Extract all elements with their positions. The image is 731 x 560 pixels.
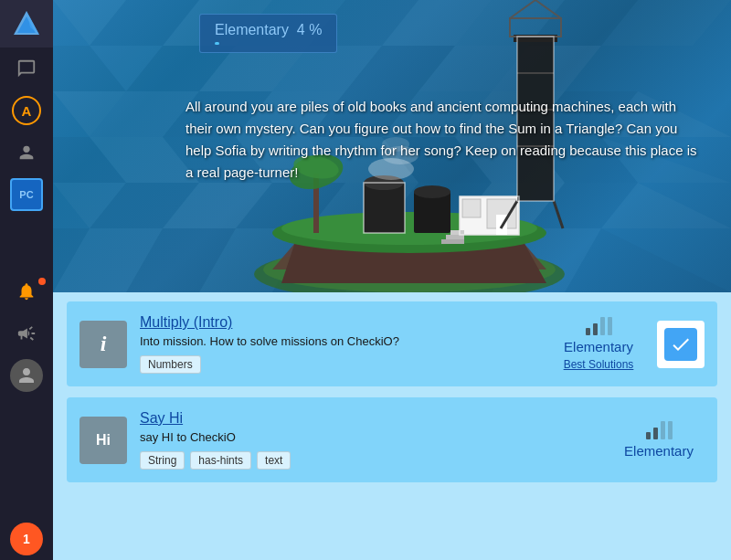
logo-icon bbox=[12, 9, 41, 38]
mission-icon-multiply: i bbox=[79, 321, 127, 368]
svg-line-82 bbox=[535, 0, 561, 18]
tag-has-hints[interactable]: has-hints bbox=[190, 451, 251, 470]
chat-icon bbox=[16, 58, 37, 79]
main-content: Elementary 4 % All around you are piles … bbox=[53, 0, 731, 560]
sidebar-item-notifications[interactable] bbox=[0, 270, 53, 312]
progress-pct: 4 % bbox=[297, 22, 323, 37]
mission-info-say-hi: Say Hi say HI to CheckiO String has-hint… bbox=[140, 410, 600, 470]
svg-rect-80 bbox=[510, 18, 561, 37]
level-label-say-hi: Elementary bbox=[624, 443, 694, 459]
mission-title-say-hi[interactable]: Say Hi bbox=[140, 410, 600, 427]
hero-level-text: Elementary 4 % bbox=[215, 22, 322, 38]
tag-text[interactable]: text bbox=[257, 451, 291, 470]
level-bar-4 bbox=[608, 317, 612, 335]
tag-numbers[interactable]: Numbers bbox=[140, 355, 201, 374]
svg-rect-65 bbox=[364, 183, 405, 233]
level-bar-3 bbox=[600, 317, 605, 335]
mission-level-multiply: Elementary Best Solutions bbox=[553, 317, 644, 371]
sidebar-item-avatar[interactable] bbox=[0, 354, 53, 396]
sidebar-item-profile[interactable] bbox=[0, 132, 53, 174]
mission-card-say-hi: Hi Say Hi say HI to CheckiO String has-h… bbox=[67, 397, 717, 482]
mission-tags-say-hi: String has-hints text bbox=[140, 451, 600, 470]
level-bar-2 bbox=[593, 323, 598, 335]
tag-string[interactable]: String bbox=[140, 451, 185, 470]
page-badge: 1 bbox=[10, 523, 43, 555]
mission-desc-multiply: Into mission. How to solve missions on C… bbox=[140, 334, 540, 348]
level-bar-1 bbox=[586, 328, 590, 335]
svg-rect-70 bbox=[462, 199, 481, 217]
best-solutions-link[interactable]: Best Solutions bbox=[564, 358, 634, 371]
notification-dot bbox=[38, 278, 46, 285]
mission-card-multiply-intro: i Multiply (Intro) Into mission. How to … bbox=[67, 301, 717, 386]
sidebar-item-user-a[interactable]: A bbox=[0, 90, 53, 132]
hero-level-box: Elementary 4 % bbox=[199, 14, 337, 53]
mission-title-multiply[interactable]: Multiply (Intro) bbox=[140, 314, 540, 331]
mission-level-say-hi: Elementary bbox=[613, 421, 705, 459]
megaphone-icon bbox=[16, 323, 37, 343]
sidebar-item-chat[interactable] bbox=[0, 48, 53, 90]
svg-rect-85 bbox=[441, 239, 464, 244]
mission-check-multiply bbox=[657, 321, 705, 368]
mission-desc-say-hi: say HI to CheckiO bbox=[140, 430, 600, 444]
mission-info-multiply: Multiply (Intro) Into mission. How to so… bbox=[140, 314, 540, 374]
hero-section: Elementary 4 % All around you are piles … bbox=[53, 0, 731, 292]
user-avatar bbox=[10, 359, 43, 392]
sidebar-item-pycharm[interactable]: PC bbox=[0, 174, 53, 216]
sidebar-logo[interactable] bbox=[0, 0, 53, 48]
level-label: Elementary bbox=[215, 22, 289, 37]
profile-icon bbox=[16, 143, 37, 163]
sidebar: A PC 1 bbox=[0, 0, 53, 560]
level-label-multiply: Elementary bbox=[564, 339, 633, 354]
user-a-badge: A bbox=[12, 96, 41, 125]
hero-description: All around you are piles of old books an… bbox=[185, 96, 704, 184]
sidebar-item-announcements[interactable] bbox=[0, 312, 53, 354]
level-bars-multiply bbox=[586, 317, 612, 335]
mission-list: i Multiply (Intro) Into mission. How to … bbox=[53, 292, 731, 560]
svg-line-76 bbox=[554, 201, 563, 228]
level-bar-2b bbox=[653, 428, 658, 439]
bell-icon bbox=[16, 281, 37, 301]
sidebar-item-page[interactable]: 1 bbox=[0, 518, 53, 560]
pycharm-icon: PC bbox=[10, 178, 43, 211]
level-bars-say-hi bbox=[646, 421, 673, 439]
level-bar-3b bbox=[661, 421, 665, 439]
level-bar-4b bbox=[668, 421, 673, 439]
level-bar-1b bbox=[646, 432, 651, 439]
svg-point-68 bbox=[414, 185, 450, 198]
check-mark-icon bbox=[664, 328, 697, 361]
mission-icon-say-hi: Hi bbox=[79, 417, 127, 464]
svg-line-81 bbox=[510, 0, 535, 18]
hero-progress-bar bbox=[215, 42, 219, 45]
mission-tags-multiply: Numbers bbox=[140, 355, 540, 374]
